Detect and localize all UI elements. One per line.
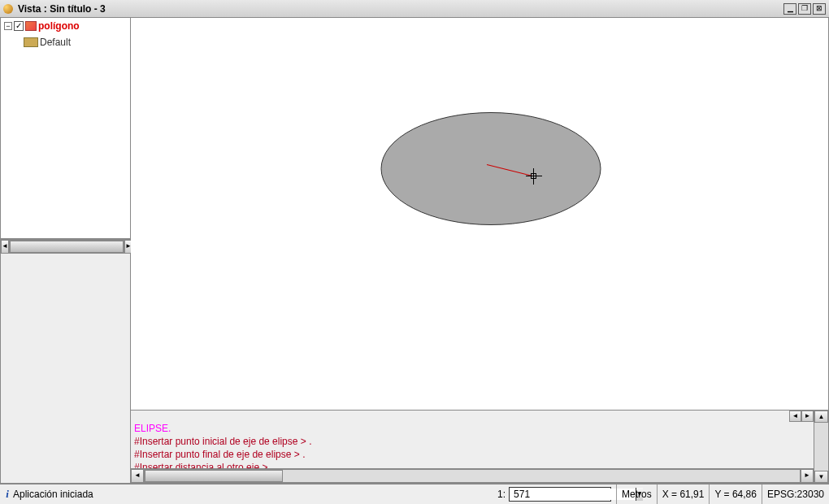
command-console[interactable]: ◄ ► ELIPSE. #Insertar punto inicial de e… (131, 411, 814, 483)
scroll-left-icon[interactable]: ◄ (1, 240, 9, 254)
layer-row-poligono[interactable]: − ✓ polígono (1, 18, 130, 34)
app-icon (3, 4, 13, 14)
scroll-track[interactable] (144, 469, 801, 483)
scroll-up-icon[interactable]: ▲ (814, 411, 828, 423)
crosshair-cursor-icon (526, 168, 542, 185)
console-prompt-2: #Insertar punto final de eje de elipse >… (134, 448, 810, 461)
info-icon: i (0, 488, 11, 501)
title-bar: Vista : Sin título - 3 ▁ ❐ ⊠ (0, 0, 829, 18)
console-hscrollbar[interactable]: ◄ ► (131, 468, 814, 483)
layer-label: polígono (38, 20, 80, 32)
console-arrow-right-icon[interactable]: ► (801, 411, 814, 422)
lower-side-panel (1, 254, 130, 483)
scroll-thumb[interactable] (145, 470, 283, 482)
layer-polygon-icon (25, 21, 37, 31)
console-prompt-3: #Insertar distancia al otro eje > . (134, 461, 810, 468)
ellipse-shape (379, 110, 603, 228)
layer-hscrollbar[interactable]: ◄ ► (1, 239, 130, 254)
coord-y: Y = 64,86 (709, 484, 762, 505)
scroll-right-icon[interactable]: ► (801, 469, 814, 483)
scroll-down-icon[interactable]: ▼ (814, 471, 828, 483)
scroll-left-icon[interactable]: ◄ (131, 469, 144, 483)
console-prompt-1: #Insertar punto inicial de eje de elipse… (134, 435, 810, 448)
scroll-thumb[interactable] (10, 241, 124, 253)
layer-style-row[interactable]: Default (1, 34, 130, 50)
svg-point-0 (381, 113, 601, 225)
style-swatch-icon (24, 37, 38, 47)
console-arrow-left-icon[interactable]: ◄ (789, 411, 801, 422)
console-vscrollbar[interactable]: ▲ ▼ (814, 411, 828, 483)
coord-x: X = 61,91 (657, 484, 710, 505)
epsg-label: EPSG:23030 (762, 484, 829, 505)
status-message: Aplicación iniciada (11, 489, 493, 500)
scale-prefix: 1: (497, 489, 506, 500)
layer-checkbox[interactable]: ✓ (14, 21, 24, 31)
scroll-track[interactable] (9, 240, 124, 254)
style-label: Default (40, 37, 71, 48)
units-label: Metros (616, 484, 657, 505)
status-bar: i Aplicación iniciada 1: ▼ Metros X = 61… (0, 484, 829, 504)
layers-sidebar: − ✓ polígono Default ◄ ► (1, 18, 131, 483)
minimize-button[interactable]: ▁ (783, 3, 796, 15)
restore-button[interactable]: ❐ (798, 3, 811, 15)
console-command: ELIPSE. (134, 422, 810, 435)
close-button[interactable]: ⊠ (813, 3, 826, 15)
layer-tree[interactable]: − ✓ polígono Default (1, 18, 130, 239)
scale-combo[interactable]: ▼ (509, 487, 611, 502)
map-canvas[interactable] (131, 18, 828, 410)
window-title: Vista : Sin título - 3 (18, 3, 783, 15)
tree-collapse-icon[interactable]: − (4, 22, 12, 30)
scale-field: 1: ▼ (493, 487, 616, 502)
console-output: ELIPSE. #Insertar punto inicial de eje d… (131, 422, 814, 468)
